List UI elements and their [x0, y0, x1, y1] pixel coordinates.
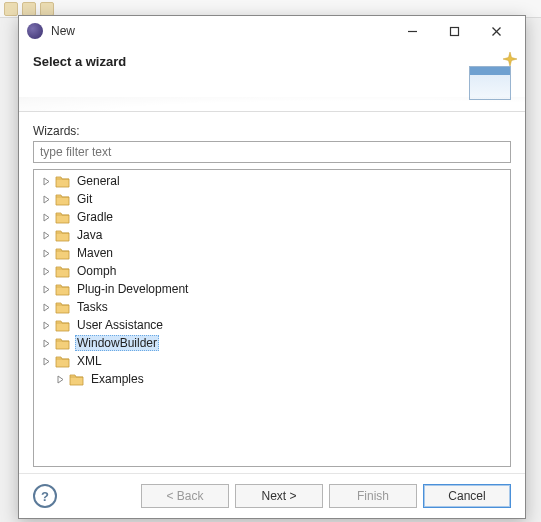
tree-item-label: General	[75, 174, 122, 188]
svg-rect-1	[450, 27, 458, 35]
next-button[interactable]: Next >	[235, 484, 323, 508]
maximize-button[interactable]	[433, 17, 475, 45]
tree-item[interactable]: XML	[34, 352, 510, 370]
svg-marker-11	[44, 286, 49, 293]
tree-item-label: Examples	[89, 372, 146, 386]
tree-item-label: XML	[75, 354, 104, 368]
svg-marker-14	[44, 340, 49, 347]
svg-marker-16	[58, 376, 63, 383]
folder-icon	[54, 227, 70, 243]
expander-icon[interactable]	[40, 303, 52, 312]
minimize-button[interactable]	[391, 17, 433, 45]
folder-icon	[54, 281, 70, 297]
toolbar-icon	[4, 2, 18, 16]
svg-marker-8	[44, 232, 49, 239]
tree-item-label: Maven	[75, 246, 115, 260]
expander-icon[interactable]	[40, 267, 52, 276]
tree-item[interactable]: WindowBuilder	[34, 334, 510, 352]
tree-item-label: WindowBuilder	[75, 335, 159, 351]
expander-icon[interactable]	[40, 321, 52, 330]
toolbar-icon	[22, 2, 36, 16]
tree-item-label: Tasks	[75, 300, 110, 314]
tree-item[interactable]: Gradle	[34, 208, 510, 226]
folder-icon	[54, 173, 70, 189]
svg-marker-5	[44, 178, 49, 185]
toolbar-icon	[40, 2, 54, 16]
close-button[interactable]	[475, 17, 517, 45]
back-button[interactable]: < Back	[141, 484, 229, 508]
svg-marker-4	[503, 52, 517, 66]
tree-item-label: Java	[75, 228, 104, 242]
tree-item-label: Plug-in Development	[75, 282, 190, 296]
window-title: New	[51, 24, 391, 38]
tree-item-label: User Assistance	[75, 318, 165, 332]
expander-icon[interactable]	[40, 249, 52, 258]
tree-item[interactable]: Plug-in Development	[34, 280, 510, 298]
new-wizard-dialog: New Select a wizard Wizards: GeneralGitG…	[18, 15, 526, 519]
tree-item[interactable]: Maven	[34, 244, 510, 262]
svg-marker-6	[44, 196, 49, 203]
tree-item[interactable]: General	[34, 172, 510, 190]
folder-icon	[54, 335, 70, 351]
svg-marker-13	[44, 322, 49, 329]
svg-marker-10	[44, 268, 49, 275]
folder-icon	[54, 245, 70, 261]
dialog-body: Wizards: GeneralGitGradleJavaMavenOomphP…	[19, 112, 525, 473]
dialog-header: Select a wizard	[19, 46, 525, 112]
tree-item[interactable]: Examples	[34, 370, 510, 388]
filter-input[interactable]	[33, 141, 511, 163]
svg-marker-7	[44, 214, 49, 221]
finish-button[interactable]: Finish	[329, 484, 417, 508]
folder-icon	[68, 371, 84, 387]
tree-item-label: Gradle	[75, 210, 115, 224]
expander-icon[interactable]	[40, 231, 52, 240]
eclipse-icon	[27, 23, 43, 39]
tree-item[interactable]: Java	[34, 226, 510, 244]
expander-icon[interactable]	[40, 339, 52, 348]
wizard-window-icon	[469, 66, 511, 100]
expander-icon[interactable]	[40, 213, 52, 222]
expander-icon[interactable]	[40, 177, 52, 186]
tree-item[interactable]: Git	[34, 190, 510, 208]
wizard-tree[interactable]: GeneralGitGradleJavaMavenOomphPlug-in De…	[33, 169, 511, 467]
folder-icon	[54, 263, 70, 279]
tree-item[interactable]: Oomph	[34, 262, 510, 280]
svg-marker-12	[44, 304, 49, 311]
help-button[interactable]: ?	[33, 484, 57, 508]
tree-item[interactable]: User Assistance	[34, 316, 510, 334]
button-bar: ? < Back Next > Finish Cancel	[19, 473, 525, 518]
cancel-button[interactable]: Cancel	[423, 484, 511, 508]
expander-icon[interactable]	[40, 285, 52, 294]
header-title: Select a wizard	[33, 54, 126, 69]
folder-icon	[54, 317, 70, 333]
svg-marker-15	[44, 358, 49, 365]
folder-icon	[54, 299, 70, 315]
expander-icon[interactable]	[40, 357, 52, 366]
expander-icon[interactable]	[54, 375, 66, 384]
folder-icon	[54, 353, 70, 369]
folder-icon	[54, 191, 70, 207]
wizards-label: Wizards:	[33, 124, 511, 138]
tree-item[interactable]: Tasks	[34, 298, 510, 316]
svg-marker-9	[44, 250, 49, 257]
titlebar[interactable]: New	[19, 16, 525, 46]
sparkle-icon	[503, 52, 517, 66]
expander-icon[interactable]	[40, 195, 52, 204]
tree-item-label: Git	[75, 192, 94, 206]
tree-item-label: Oomph	[75, 264, 118, 278]
folder-icon	[54, 209, 70, 225]
